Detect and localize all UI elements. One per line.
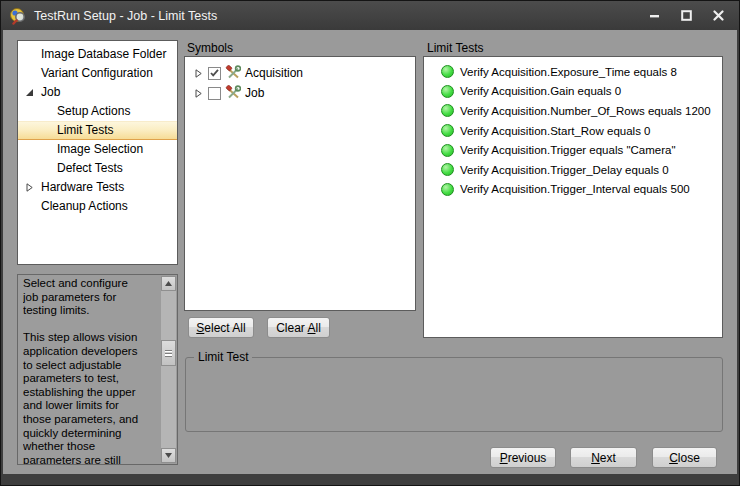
tools-icon [225,65,241,81]
status-green-icon [441,144,454,157]
scrollbar-thumb[interactable] [161,340,176,366]
maximize-icon [681,10,692,21]
close-button-footer[interactable]: Close [652,447,717,468]
close-button[interactable] [710,7,727,24]
scroll-up-button[interactable] [161,276,176,291]
maximize-button[interactable] [678,7,695,24]
next-button[interactable]: Next [570,447,637,468]
limit-test-item[interactable]: Verify Acquisition.Trigger_Delay equals … [424,160,722,180]
close-icon [713,10,724,21]
scroll-down-button[interactable] [161,448,176,463]
nav-item-hardware-tests[interactable]: Hardware Tests [18,178,177,197]
expander-collapsed-icon[interactable] [194,69,203,78]
status-green-icon [441,124,454,137]
window-title: TestRun Setup - Job - Limit Tests [34,9,217,23]
minimize-icon [649,10,660,21]
status-green-icon [441,65,454,78]
limit-test-item[interactable]: Verify Acquisition.Exposure_Time equals … [424,62,722,82]
nav-item-variant-configuration[interactable]: Variant Configuration [18,64,177,83]
nav-item-image-selection[interactable]: Image Selection [18,140,177,159]
symbol-item-job[interactable]: Job [185,83,415,103]
checkmark-icon [210,69,219,77]
step-description-box: Select and configure job parameters for … [17,274,178,465]
nav-item-cleanup-actions[interactable]: Cleanup Actions [18,197,177,216]
step-description-text: Select and configure job parameters for … [23,277,157,464]
testrun-setup-dialog: TestRun Setup - Job - Limit Tests Image … [0,0,740,486]
clear-all-button[interactable]: Clear All [267,317,330,338]
limit-tests-label: Limit Tests [427,41,483,55]
expander-collapsed-icon[interactable] [194,89,203,98]
limit-test-item[interactable]: Verify Acquisition.Number_Of_Rows equals… [424,101,722,121]
arrow-up-icon [165,281,172,286]
nav-item-limit-tests[interactable]: Limit Tests [18,121,177,140]
status-green-icon [441,104,454,117]
limit-test-group-label: Limit Test [194,350,252,364]
select-all-button[interactable]: Select All [188,317,254,338]
status-green-icon [441,183,454,196]
dialog-client-area: Image Database Folder Variant Configurat… [3,30,737,474]
title-bar[interactable]: TestRun Setup - Job - Limit Tests [1,1,739,30]
thumb-grip-icon [165,350,172,357]
limit-test-item[interactable]: Verify Acquisition.Trigger equals "Camer… [424,140,722,160]
expander-collapsed-icon[interactable] [25,183,34,192]
limit-test-item[interactable]: Verify Acquisition.Gain equals 0 [424,82,722,102]
description-scrollbar[interactable] [161,276,176,463]
nav-item-job[interactable]: Job [18,83,177,102]
nav-item-setup-actions[interactable]: Setup Actions [18,102,177,121]
acquisition-checkbox[interactable] [208,67,221,80]
previous-button[interactable]: Previous [490,447,556,468]
nav-item-image-database-folder[interactable]: Image Database Folder [18,45,177,64]
symbol-item-acquisition[interactable]: Acquisition [185,63,415,83]
status-green-icon [441,85,454,98]
limit-test-groupbox: Limit Test [185,357,723,432]
expander-expanded-icon[interactable] [25,88,34,97]
status-green-icon [441,163,454,176]
job-checkbox[interactable] [208,87,221,100]
limit-test-item[interactable]: Verify Acquisition.Trigger_Interval equa… [424,180,722,200]
nav-item-defect-tests[interactable]: Defect Tests [18,159,177,178]
limit-tests-list: Verify Acquisition.Exposure_Time equals … [423,56,723,338]
symbols-label: Symbols [187,41,233,55]
wizard-step-tree: Image Database Folder Variant Configurat… [17,40,178,265]
limit-test-item[interactable]: Verify Acquisition.Start_Row equals 0 [424,121,722,141]
minimize-button[interactable] [646,7,663,24]
tools-icon [225,85,241,101]
app-icon [9,7,27,25]
symbols-tree: Acquisition Job [184,56,416,311]
arrow-down-icon [165,453,172,458]
